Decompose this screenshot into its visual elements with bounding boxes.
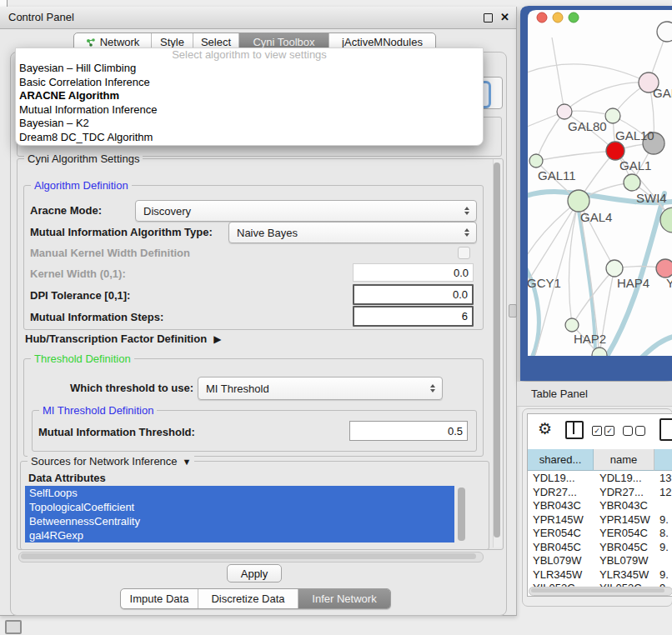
select-all-icon[interactable]: ✓ <box>592 426 602 436</box>
column-header[interactable]: shared... <box>528 449 594 471</box>
attribute-list-scrollbar-thumb[interactable] <box>458 488 465 541</box>
table-cell: 12 <box>659 486 672 500</box>
network-icon <box>86 38 96 48</box>
control-panel-titlebar[interactable]: Control Panel ✕ <box>0 7 516 29</box>
deselect-all-icon[interactable] <box>623 426 633 436</box>
table-cell: YBR043C <box>599 499 653 513</box>
table-row[interactable]: YBR045C YBR045C 9. <box>528 541 672 555</box>
aracne-mode-label: Aracne Mode: <box>30 204 102 217</box>
table-cell: YPR145W <box>599 513 653 528</box>
apply-button[interactable]: Apply <box>227 564 282 582</box>
kernel-width-field[interactable] <box>353 263 474 282</box>
attribute-item[interactable]: gal4RGexp <box>25 528 454 542</box>
network-view-window[interactable]: GAL GAL80 GAL10 GAL1 GAL11 SWI4 GAL4 HAP… <box>520 6 672 381</box>
minimize-traffic-light[interactable] <box>553 12 563 22</box>
attribute-item[interactable]: SelfLoops <box>25 486 454 500</box>
table-cell: YDR27... <box>599 486 653 500</box>
algorithm-option-selected[interactable]: ARACNE Algorithm <box>16 89 483 103</box>
collapsed-arrow-icon: ▶ <box>213 333 221 345</box>
table-row[interactable]: YPR145W YPR145W 9. <box>528 513 672 528</box>
settings-scrollbar-thumb[interactable] <box>494 162 500 538</box>
node-label: GAL80 <box>568 119 607 133</box>
select-all-icon[interactable]: ✓ <box>604 426 614 436</box>
table-row[interactable]: YER054C YER054C 8. <box>528 527 672 541</box>
table-row[interactable]: YBR043C YBR043C <box>528 499 672 513</box>
node[interactable] <box>605 108 620 123</box>
node[interactable] <box>656 259 672 278</box>
kernel-width-label: Kernel Width (0,1): <box>30 268 126 280</box>
node-label: GAL10 <box>615 128 654 142</box>
stepper-arrows-icon <box>427 384 439 392</box>
bottom-tabbar: Impute Data Discretize Data Infer Networ… <box>120 588 391 609</box>
table-cell: YBR045C <box>599 541 653 555</box>
attribute-item[interactable]: BetweennessCentrality <box>25 514 454 528</box>
check-glyph: ✓ <box>606 427 613 435</box>
sources-toggle[interactable]: Sources for Network Inference ▼ <box>28 455 194 468</box>
splitter-handle[interactable] <box>509 304 517 318</box>
close-window-icon[interactable]: ✕ <box>500 11 509 23</box>
table-cell: YER054C <box>533 527 591 541</box>
which-threshold-select[interactable]: MI Threshold <box>198 377 443 400</box>
minimized-panel-icon[interactable] <box>5 620 22 634</box>
table-cell: YBL079W <box>533 554 591 568</box>
table-cell: 9. <box>659 513 672 528</box>
node[interactable] <box>557 104 572 119</box>
node[interactable] <box>657 22 672 42</box>
dpi-tolerance-field[interactable] <box>353 284 474 305</box>
table-row[interactable]: YDL19... YDL19... 13 <box>528 472 672 486</box>
table-row[interactable]: YLR345W YLR345W 9. <box>528 568 672 582</box>
node[interactable] <box>565 318 579 332</box>
tab-label: Infer Network <box>312 592 376 605</box>
expanded-arrow-icon: ▼ <box>183 457 192 467</box>
attribute-list[interactable]: SelfLoops TopologicalCoefficient Between… <box>25 486 454 542</box>
aracne-mode-select[interactable]: Discovery <box>135 200 477 222</box>
group-title: Threshold Definition <box>31 352 134 365</box>
table-hscrollbar-thumb[interactable] <box>531 588 664 592</box>
table-row[interactable]: YBL079W YBL079W <box>528 554 672 568</box>
tab-impute-data[interactable]: Impute Data <box>121 589 198 608</box>
settings-hscrollbar-track[interactable] <box>18 552 484 562</box>
column-header[interactable]: name <box>594 449 654 471</box>
sources-title: Sources for Network Inference <box>31 455 178 468</box>
table-hscrollbar-track[interactable] <box>529 587 672 596</box>
table-cell: YLR345W <box>533 568 591 582</box>
columns-icon[interactable] <box>565 421 584 439</box>
table-cell: YER054C <box>599 527 653 541</box>
node[interactable] <box>606 260 623 277</box>
algorithm-option[interactable]: Bayesian – K2 <box>16 117 483 131</box>
algorithm-option[interactable]: Mutual Information Inference <box>16 103 483 118</box>
gear-icon[interactable]: ⚙ <box>538 419 552 438</box>
node-label: GAL <box>653 86 672 100</box>
group-title: MI Threshold Definition <box>39 404 157 417</box>
node[interactable] <box>624 174 640 191</box>
table-cell: YLR345W <box>599 568 653 582</box>
new-table-icon[interactable] <box>659 418 672 441</box>
close-traffic-light[interactable] <box>537 12 547 22</box>
attribute-item[interactable]: TopologicalCoefficient <box>25 500 454 514</box>
group-title: Algorithm Definition <box>31 179 132 192</box>
algorithm-option[interactable]: Basic Correlation Inference <box>16 76 483 90</box>
hub-definition-label: Hub/Transcription Factor Definition <box>25 332 207 345</box>
mi-threshold-field[interactable] <box>349 421 468 441</box>
settings-hscrollbar-thumb[interactable] <box>21 553 476 559</box>
table-row[interactable]: YDR27... YDR27... 12 <box>528 486 672 500</box>
mi-type-select[interactable]: Naive Bayes <box>228 222 477 243</box>
hub-definition-toggle[interactable]: Hub/Transcription Factor Definition ▶ <box>25 332 221 345</box>
node[interactable] <box>606 142 624 160</box>
column-header[interactable] <box>654 449 672 471</box>
node[interactable] <box>568 190 589 212</box>
tab-label: Style <box>160 36 184 48</box>
node[interactable] <box>529 154 543 168</box>
float-window-icon[interactable] <box>484 13 493 22</box>
zoom-traffic-light[interactable] <box>569 12 579 22</box>
data-attributes-label: Data Attributes <box>28 472 106 484</box>
mi-steps-field[interactable] <box>353 306 474 327</box>
deselect-all-icon[interactable] <box>635 426 645 436</box>
table-cell: YBR045C <box>533 541 591 555</box>
tab-infer-network[interactable]: Infer Network <box>298 589 390 608</box>
algorithm-option[interactable]: Bayesian – Hill Climbing <box>16 62 483 76</box>
algorithm-option[interactable]: Dream8 DC_TDC Algorithm <box>16 131 483 145</box>
network-canvas[interactable]: GAL GAL80 GAL10 GAL1 GAL11 SWI4 GAL4 HAP… <box>520 6 672 381</box>
tab-discretize-data[interactable]: Discretize Data <box>198 589 298 608</box>
manual-kernel-checkbox[interactable] <box>458 247 470 259</box>
